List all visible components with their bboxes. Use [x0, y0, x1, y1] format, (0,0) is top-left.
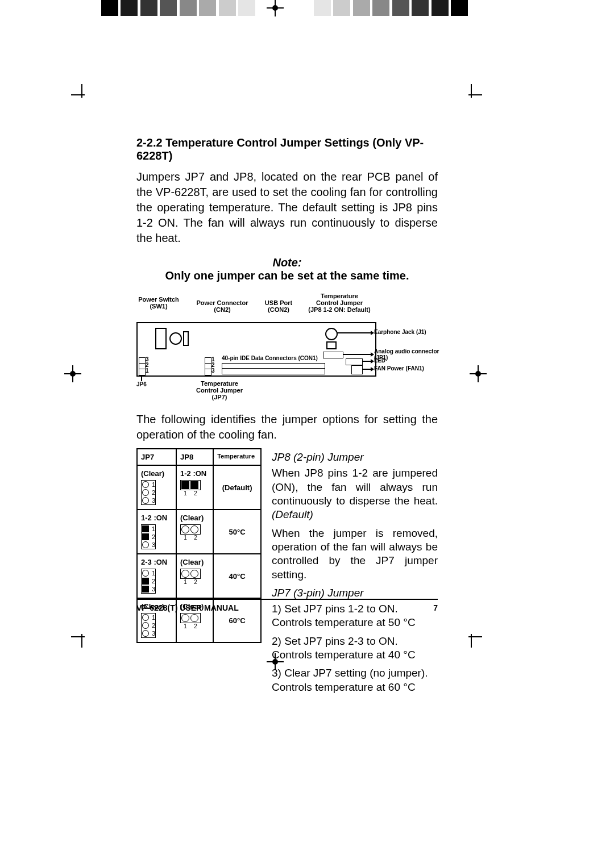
- label-jp6: JP6: [136, 381, 147, 387]
- label-fan-power: FAN Power (FAN1): [374, 365, 448, 372]
- crop-mark-icon: [60, 73, 82, 95]
- jp8-para1: When JP8 pins 1-2 are jumpered (ON), the…: [272, 466, 438, 521]
- jumper2-icon: 12: [180, 569, 201, 585]
- note-block: Note: Only one jumper can be set at the …: [136, 256, 438, 282]
- label-usb-port: USB Port(CON2): [260, 299, 297, 313]
- label-power-connector: Power Connector(CN2): [191, 299, 254, 313]
- note-label: Note:: [136, 256, 438, 269]
- registration-target-icon: [267, 0, 284, 16]
- crop-mark-icon: [60, 636, 82, 659]
- content-column: 2-2.2 Temperature Control Jumper Setting…: [136, 136, 438, 699]
- registration-target-icon: [64, 365, 81, 382]
- jumper2-icon: 12: [180, 524, 201, 541]
- cell-jp7: 1-2 :ON123: [137, 510, 176, 554]
- crop-mark-icon: [471, 73, 493, 95]
- pcb-rear-panel-diagram: Power Switch(SW1) Power Connector(CN2) U…: [136, 290, 438, 404]
- intro-paragraph: Jumpers JP7 and JP8, located on the rear…: [136, 169, 438, 246]
- col-header-jp7: JP7: [137, 449, 176, 465]
- table-row: 1-2 :ON123(Clear)1250°C: [137, 510, 261, 554]
- jumper3-icon: 123: [141, 569, 156, 594]
- cell-jp8: (Clear)12: [176, 510, 213, 554]
- label-led: LED: [374, 357, 397, 364]
- col-header-temp: Temperature: [213, 449, 261, 465]
- cell-temperature: 50°C: [213, 510, 261, 554]
- jumper2-icon: 12: [180, 480, 201, 496]
- jumper3-icon: 123: [141, 524, 156, 549]
- jp7-item2: 2) Set JP7 pins 2-3 to ON. Controls temp…: [272, 635, 438, 662]
- jumper3-icon: 123: [141, 480, 156, 505]
- label-earphone-jack: Earphone Jack (J1): [374, 329, 442, 335]
- footer-title: VP-6228(T) USER MANUAL: [136, 603, 239, 612]
- note-text: Only one jumper can be set at the same t…: [136, 269, 438, 282]
- jumper2-icon: 12: [180, 613, 201, 629]
- jumper-lower-block: JP7 JP8 Temperature (Clear)1231-2 :ON12(…: [136, 448, 438, 699]
- table-row: 2-3 :ON123(Clear)1240°C: [137, 554, 261, 598]
- label-jp7: TemperatureControl Jumper(JP7): [185, 380, 254, 400]
- pin-num: 1: [146, 368, 149, 374]
- registration-target-icon: [470, 365, 487, 382]
- page-footer: VP-6228(T) USER MANUAL 7: [136, 599, 438, 612]
- section-heading: 2-2.2 Temperature Control Jumper Setting…: [136, 136, 438, 162]
- footer-page-number: 7: [433, 603, 438, 612]
- jp8-heading: JP8 (2-pin) Jumper: [272, 450, 438, 464]
- manual-page: 2-2.2 Temperature Control Jumper Setting…: [0, 0, 614, 868]
- table-row: (Clear)1231-2 :ON12(Default): [137, 465, 261, 510]
- jp7-heading: JP7 (3-pin) Jumper: [272, 586, 438, 600]
- printer-color-bar-top: [0, 0, 614, 16]
- jp8-para2: When the jumper is removed, operation of…: [272, 527, 438, 582]
- crop-mark-icon: [471, 636, 493, 659]
- jumper-explanations: JP8 (2-pin) Jumper When JP8 pins 1-2 are…: [272, 448, 438, 699]
- label-power-switch: Power Switch(SW1): [134, 296, 183, 310]
- cell-temperature: (Default): [213, 465, 261, 510]
- pin-num: 3: [211, 368, 215, 374]
- cell-jp7: (Clear)123: [137, 465, 176, 510]
- jumper3-icon: 123: [141, 613, 156, 638]
- label-ide-connector: 40-pin IDE Data Connectors (CON1): [222, 355, 330, 361]
- label-temp-jumper-jp8: TemperatureControl Jumper(JP8 1-2 ON: De…: [299, 293, 380, 313]
- after-diagram-paragraph: The following identifies the jumper opti…: [136, 412, 438, 443]
- cell-jp8: 1-2 :ON12: [176, 465, 213, 510]
- col-header-jp8: JP8: [176, 449, 213, 465]
- jp7-item3: 3) Clear JP7 setting (no jumper). Contro…: [272, 666, 438, 694]
- cell-temperature: 40°C: [213, 554, 261, 598]
- cell-jp8: (Clear)12: [176, 554, 213, 598]
- cell-jp7: 2-3 :ON123: [137, 554, 176, 598]
- jumper-table: JP7 JP8 Temperature (Clear)1231-2 :ON12(…: [136, 448, 262, 643]
